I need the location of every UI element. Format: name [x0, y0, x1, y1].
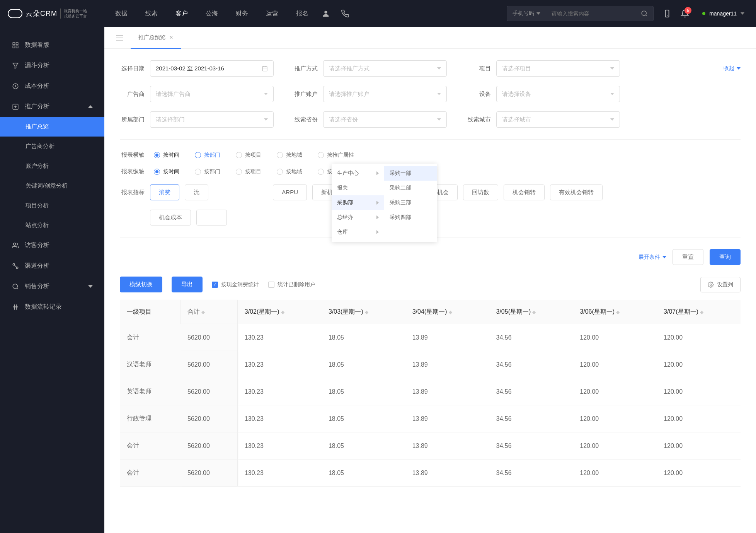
- col-3/02(星期一)[interactable]: 3/02(星期一)◆: [237, 300, 322, 324]
- tab-promo-overview[interactable]: 推广总预览 ✕: [131, 27, 181, 49]
- export-button[interactable]: 导出: [172, 277, 203, 292]
- cascade-item-采购二部[interactable]: 采购二部: [384, 181, 437, 195]
- col-3/05(星期一)[interactable]: 3/05(星期一)◆: [489, 300, 573, 324]
- user-icon[interactable]: [321, 9, 331, 19]
- metric-回访数[interactable]: 回访数: [463, 184, 498, 200]
- cascade-item-报关[interactable]: 报关: [332, 181, 384, 195]
- close-icon[interactable]: ✕: [169, 35, 173, 40]
- col-一级项目[interactable]: 一级项目: [120, 300, 180, 324]
- col-3/06(星期一)[interactable]: 3/06(星期一)◆: [573, 300, 657, 324]
- metric-机会成本[interactable]: 机会成本: [150, 210, 191, 226]
- radio-按部门[interactable]: 按部门: [195, 152, 220, 159]
- dept-select[interactable]: 请选择部门: [150, 111, 274, 128]
- expand-conditions[interactable]: 展开条件: [639, 254, 666, 261]
- radio-按地域[interactable]: 按地域: [277, 168, 302, 175]
- cascade-item-采购一部[interactable]: 采购一部: [384, 166, 437, 181]
- cascade-item-总经办[interactable]: 总经办: [332, 210, 384, 225]
- nav-报名[interactable]: 报名: [293, 7, 312, 21]
- metric-ARPU[interactable]: ARPU: [273, 184, 307, 200]
- visitor-icon: [12, 242, 19, 249]
- radio-icon: [236, 152, 242, 158]
- metric-机会销转[interactable]: 机会销转: [504, 184, 545, 200]
- tab-label: 推广总预览: [138, 34, 165, 41]
- cell: 会计: [120, 324, 180, 351]
- sidebar-label: 关键词/创意分析: [26, 182, 68, 190]
- user-menu[interactable]: manager11: [702, 10, 744, 17]
- deleted-users-checkbox[interactable]: 统计已删除用户: [268, 281, 315, 288]
- date-range-input[interactable]: 2021-03-02 至 2021-03-16: [150, 60, 274, 77]
- sidebar-item-广告商分析[interactable]: 广告商分析: [0, 137, 104, 156]
- nav-客户[interactable]: 客户: [172, 7, 191, 21]
- nav-线索[interactable]: 线索: [142, 7, 161, 21]
- radio-label: 按地域: [286, 168, 302, 175]
- search-input[interactable]: [546, 10, 635, 17]
- cascade-item-仓库[interactable]: 仓库: [332, 225, 384, 239]
- search-button[interactable]: [635, 10, 653, 17]
- sidebar-item-推广总览[interactable]: 推广总览: [0, 117, 104, 137]
- metric-有效机会销转[interactable]: 有效机会销转: [550, 184, 603, 200]
- table-row: 行政管理5620.00130.2318.0513.8934.56120.0012…: [120, 405, 741, 432]
- nav-财务[interactable]: 财务: [233, 7, 251, 21]
- radio-按地域[interactable]: 按地域: [277, 152, 302, 159]
- nav-公海[interactable]: 公海: [203, 7, 221, 21]
- logo[interactable]: 云朵CRM 教育机构一站式服务云平台: [0, 6, 104, 21]
- col-3/04(星期一)[interactable]: 3/04(星期一)◆: [405, 300, 489, 324]
- sidebar-item-数据看版[interactable]: 数据看版: [0, 35, 104, 55]
- radio-按时间[interactable]: 按时间: [154, 168, 179, 175]
- radio-按推广属性[interactable]: 按推广属性: [318, 152, 354, 159]
- cell: 行政管理: [120, 405, 180, 432]
- h-axis-row: 报表横轴 按时间按部门按项目按地域按推广属性 生产中心报关采购部总经办仓库 采购…: [120, 151, 741, 159]
- device-icon[interactable]: [663, 9, 671, 19]
- adv-select[interactable]: 请选择广告商: [150, 86, 274, 102]
- cascade-item-采购部[interactable]: 采购部: [332, 195, 384, 210]
- bell-icon[interactable]: 5: [681, 9, 689, 18]
- sidebar-item-访客分析[interactable]: 访客分析: [0, 235, 104, 256]
- reset-button[interactable]: 重置: [673, 249, 703, 265]
- nav-数据[interactable]: 数据: [112, 7, 131, 21]
- nav-运营[interactable]: 运营: [263, 7, 281, 21]
- metric-消费[interactable]: 消费: [150, 184, 179, 200]
- sidebar-item-关键词/创意分析[interactable]: 关键词/创意分析: [0, 176, 104, 196]
- project-select[interactable]: 请选择项目: [496, 60, 620, 77]
- switch-button[interactable]: 横纵切换: [120, 277, 162, 292]
- radio-按项目[interactable]: 按项目: [236, 152, 261, 159]
- col-合计[interactable]: 合计◆: [180, 300, 237, 324]
- device-select[interactable]: 请选择设备: [496, 86, 620, 102]
- sidebar-item-推广分析[interactable]: 推广分析: [0, 96, 104, 117]
- phone-icon[interactable]: [340, 9, 350, 19]
- radio-按项目[interactable]: 按项目: [236, 168, 261, 175]
- sidebar-item-销售分析[interactable]: 销售分析: [0, 276, 104, 297]
- sidebar-item-项目分析[interactable]: 项目分析: [0, 196, 104, 215]
- cascade-item-生产中心[interactable]: 生产中心: [332, 166, 384, 181]
- prov-select[interactable]: 请选择省份: [323, 111, 447, 128]
- col-3/03(星期一)[interactable]: 3/03(星期一)◆: [322, 300, 405, 324]
- metric-流[interactable]: 流: [185, 184, 208, 200]
- collapse-button[interactable]: 收起: [724, 65, 741, 72]
- method-select[interactable]: 请选择推广方式: [323, 60, 447, 77]
- cascade-item-采购四部[interactable]: 采购四部: [384, 210, 437, 225]
- city-select[interactable]: 请选择城市: [496, 111, 620, 128]
- sidebar-item-漏斗分析[interactable]: 漏斗分析: [0, 55, 104, 76]
- column-settings-button[interactable]: 设置列: [700, 277, 741, 292]
- metric-hidden-1[interactable]: [196, 210, 227, 226]
- sidebar-item-渠道分析[interactable]: 渠道分析: [0, 256, 104, 276]
- col-3/07(星期一)[interactable]: 3/07(星期一)◆: [657, 300, 741, 324]
- main-content: 推广总预览 ✕ 选择日期 2021-03-02 至 2021-03-16 推广方…: [104, 27, 756, 533]
- sidebar-item-数据流转记录[interactable]: 数据流转记录: [0, 297, 104, 317]
- radio-按时间[interactable]: 按时间: [154, 152, 179, 159]
- sort-icon: ◆: [365, 309, 368, 315]
- search-icon: [641, 10, 648, 17]
- acc-select[interactable]: 请选择推广账户: [323, 86, 447, 102]
- radio-按部门[interactable]: 按部门: [195, 168, 220, 175]
- cell: 汉语老师: [120, 351, 180, 378]
- cell: 120.00: [657, 378, 741, 405]
- query-button[interactable]: 查询: [710, 249, 741, 265]
- sidebar-item-成本分析[interactable]: 成本分析: [0, 76, 104, 96]
- search-type-select[interactable]: 手机号码: [507, 10, 546, 17]
- cell: 130.23: [237, 432, 322, 460]
- sidebar-item-站点分析[interactable]: 站点分析: [0, 215, 104, 235]
- cash-stats-checkbox[interactable]: ✓ 按现金消费统计: [212, 281, 259, 288]
- menu-toggle-icon[interactable]: [108, 35, 131, 41]
- sidebar-item-账户分析[interactable]: 账户分析: [0, 156, 104, 176]
- cascade-item-采购三部[interactable]: 采购三部: [384, 195, 437, 210]
